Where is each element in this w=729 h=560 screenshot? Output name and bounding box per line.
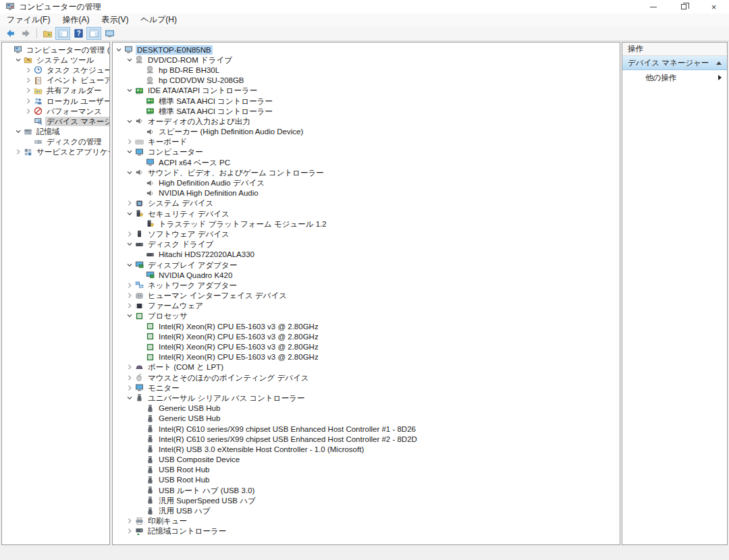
- chevron-right-icon[interactable]: [24, 107, 33, 116]
- chevron-down-icon[interactable]: [125, 168, 134, 177]
- tree-item[interactable]: hp BD-RE BH30L: [113, 65, 620, 75]
- tree-item[interactable]: ユニバーサル シリアル バス コントローラー: [113, 393, 620, 403]
- minimize-button[interactable]: [638, 0, 668, 13]
- chevron-right-icon[interactable]: [125, 516, 134, 526]
- collapse-icon[interactable]: [716, 61, 722, 65]
- tree-item[interactable]: Intel(R) C610 series/X99 chipset USB Enh…: [113, 434, 620, 444]
- tree-item[interactable]: Hitachi HDS722020ALA330: [113, 250, 620, 260]
- tree-item[interactable]: プロセッサ: [113, 311, 620, 321]
- forward-button[interactable]: [18, 27, 33, 40]
- tree-item[interactable]: コンピューターの管理 (ローカル): [2, 45, 109, 55]
- chevron-right-icon[interactable]: [24, 96, 33, 106]
- tree-item[interactable]: ディスク ドライブ: [113, 240, 620, 250]
- chevron-right-icon[interactable]: [125, 229, 134, 239]
- tree-item[interactable]: システム デバイス: [113, 198, 620, 208]
- up-one-level-button[interactable]: [40, 27, 55, 40]
- actions-section-device-manager[interactable]: デバイス マネージャー: [622, 56, 727, 70]
- chevron-right-icon[interactable]: [24, 76, 33, 85]
- tree-item[interactable]: Generic USB Hub: [113, 414, 620, 424]
- tree-item[interactable]: USB Root Hub: [113, 465, 620, 475]
- chevron-down-icon[interactable]: [125, 393, 134, 403]
- tree-item[interactable]: ヒューマン インターフェイス デバイス: [113, 291, 620, 301]
- tree-item[interactable]: 記憶域コントローラー: [113, 526, 620, 536]
- tree-item[interactable]: DVD/CD-ROM ドライブ: [113, 55, 620, 65]
- back-button[interactable]: [3, 27, 18, 40]
- tree-item[interactable]: Intel(R) USB 3.0 eXtensible Host Control…: [113, 444, 620, 454]
- tree-item[interactable]: サービスとアプリケーション: [2, 147, 109, 157]
- chevron-right-icon[interactable]: [125, 526, 134, 536]
- tree-item[interactable]: ポート (COM と LPT): [113, 362, 620, 372]
- chevron-right-icon[interactable]: [125, 281, 134, 290]
- tree-item[interactable]: ローカル ユーザーとグループ: [2, 96, 109, 106]
- chevron-down-icon[interactable]: [125, 240, 134, 249]
- tree-item[interactable]: USB ルート ハブ (USB 3.0): [113, 485, 620, 495]
- chevron-right-icon[interactable]: [125, 198, 134, 208]
- tree-item[interactable]: オーディオの入力および出力: [113, 116, 620, 126]
- menu-item-0[interactable]: ファイル(F): [0, 13, 56, 26]
- chevron-right-icon[interactable]: [14, 147, 23, 157]
- tree-item[interactable]: USB Root Hub: [113, 475, 620, 485]
- tree-item[interactable]: High Definition Audio デバイス: [113, 177, 620, 188]
- chevron-down-icon[interactable]: [125, 260, 134, 270]
- tree-item[interactable]: コンピューター: [113, 147, 620, 157]
- help-button[interactable]: ?: [71, 27, 86, 40]
- chevron-down-icon[interactable]: [125, 209, 134, 219]
- chevron-down-icon[interactable]: [14, 127, 23, 136]
- menu-item-1[interactable]: 操作(A): [56, 13, 95, 26]
- tree-item[interactable]: 記憶域: [2, 127, 109, 137]
- chevron-right-icon[interactable]: [24, 86, 33, 95]
- tree-item[interactable]: ACPI x64 ベース PC: [113, 157, 620, 167]
- tree-item[interactable]: イベント ビューアー: [2, 76, 109, 86]
- chevron-down-icon[interactable]: [114, 45, 124, 55]
- tree-item[interactable]: サウンド、ビデオ、およびゲーム コントローラー: [113, 167, 620, 177]
- chevron-down-icon[interactable]: [125, 55, 134, 65]
- chevron-right-icon[interactable]: [125, 137, 134, 146]
- chevron-right-icon[interactable]: [24, 65, 33, 75]
- tree-item[interactable]: トラステッド プラットフォーム モジュール 1.2: [113, 219, 620, 229]
- tree-item[interactable]: Intel(R) Xeon(R) CPU E5-1603 v3 @ 2.80GH…: [113, 341, 620, 352]
- chevron-down-icon[interactable]: [125, 86, 134, 95]
- tree-item[interactable]: Intel(R) Xeon(R) CPU E5-1603 v3 @ 2.80GH…: [113, 352, 620, 362]
- window-view-button[interactable]: [102, 27, 117, 40]
- chevron-right-icon[interactable]: [125, 373, 134, 383]
- tree-item[interactable]: 汎用 SuperSpeed USB ハブ: [113, 495, 620, 505]
- restore-button[interactable]: [668, 0, 699, 13]
- tree-item[interactable]: マウスとそのほかのポインティング デバイス: [113, 372, 620, 383]
- tree-item[interactable]: Intel(R) Xeon(R) CPU E5-1603 v3 @ 2.80GH…: [113, 331, 620, 341]
- tree-item[interactable]: スピーカー (High Definition Audio Device): [113, 127, 620, 137]
- tree-item[interactable]: USB Composite Device: [113, 455, 620, 465]
- tree-item[interactable]: Intel(R) C610 series/X99 chipset USB Enh…: [113, 424, 620, 434]
- chevron-down-icon[interactable]: [125, 147, 134, 157]
- menu-item-3[interactable]: ヘルプ(H): [134, 13, 183, 26]
- tree-item[interactable]: パフォーマンス: [2, 106, 109, 116]
- menu-item-2[interactable]: 表示(V): [95, 13, 134, 26]
- tree-item[interactable]: デバイス マネージャー: [2, 116, 109, 126]
- tree-item[interactable]: Generic USB Hub: [113, 403, 620, 414]
- tree-item[interactable]: ディスクの管理: [2, 137, 109, 147]
- tree-item[interactable]: タスク スケジューラ: [2, 65, 109, 75]
- tree-item[interactable]: 汎用 USB ハブ: [113, 505, 620, 515]
- chevron-right-icon[interactable]: [125, 383, 134, 393]
- chevron-right-icon[interactable]: [125, 362, 134, 372]
- tree-item[interactable]: NVIDIA High Definition Audio: [113, 188, 620, 198]
- show-console-tree-button[interactable]: [55, 27, 70, 40]
- tree-item[interactable]: hp CDDVDW SU-208GB: [113, 76, 620, 86]
- tree-item[interactable]: キーボード: [113, 137, 620, 147]
- tree-item[interactable]: システム ツール: [2, 55, 109, 65]
- tree-item[interactable]: IDE ATA/ATAPI コントローラー: [113, 86, 620, 96]
- tree-item[interactable]: DESKTOP-E0N85NB: [113, 45, 620, 55]
- chevron-right-icon[interactable]: [125, 291, 134, 300]
- tree-item[interactable]: モニター: [113, 383, 620, 393]
- chevron-down-icon[interactable]: [125, 311, 134, 320]
- chevron-right-icon[interactable]: [125, 301, 134, 310]
- close-button[interactable]: ×: [699, 0, 729, 13]
- chevron-down-icon[interactable]: [14, 55, 23, 65]
- tree-item[interactable]: ネットワーク アダプター: [113, 280, 620, 290]
- actions-item-more-actions[interactable]: 他の操作: [622, 70, 727, 85]
- show-action-pane-button[interactable]: [86, 27, 101, 40]
- tree-item[interactable]: ソフトウェア デバイス: [113, 229, 620, 239]
- tree-item[interactable]: Intel(R) Xeon(R) CPU E5-1603 v3 @ 2.80GH…: [113, 321, 620, 331]
- tree-item[interactable]: セキュリティ デバイス: [113, 208, 620, 219]
- tree-item[interactable]: ファームウェア: [113, 301, 620, 311]
- tree-item[interactable]: 印刷キュー: [113, 516, 620, 526]
